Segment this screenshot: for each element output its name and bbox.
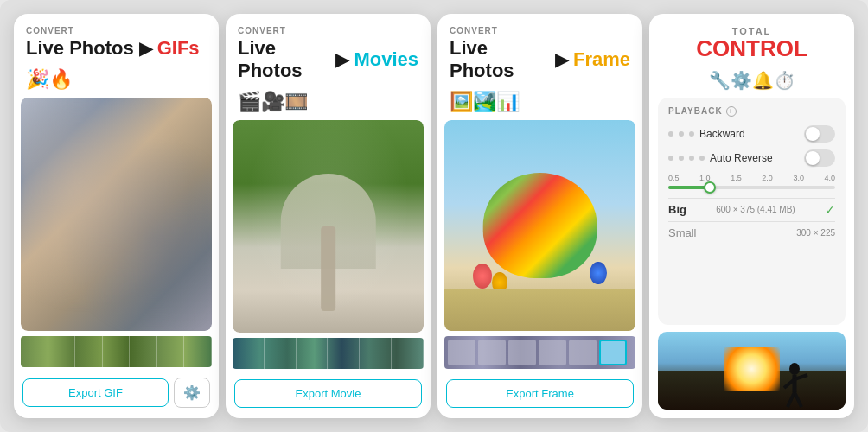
playback-panel: PLAYBACK i Backward bbox=[658, 98, 846, 325]
film-cell bbox=[130, 336, 157, 367]
movie-title-row: Live Photos ▶ Movies bbox=[238, 37, 418, 82]
gif-arrow: ▶ bbox=[139, 38, 152, 59]
frame-thumb[interactable] bbox=[508, 340, 536, 365]
movie-screen: CONVERT Live Photos ▶ Movies 🎬🎥🎞️ Ex bbox=[226, 14, 431, 418]
frame-thumb-selected[interactable] bbox=[599, 340, 627, 365]
settings-button[interactable]: ⚙️ bbox=[174, 378, 210, 408]
backward-label: Backward bbox=[699, 128, 745, 140]
size-big-label: Big bbox=[668, 203, 686, 216]
speed-slider-track bbox=[668, 186, 835, 189]
frame-title-row: Live Photos ▶ Frame bbox=[450, 37, 630, 82]
size-small-option[interactable]: Small 300 × 225 bbox=[668, 221, 835, 244]
control-preview-image bbox=[658, 332, 846, 410]
frame-title-live: Live Photos bbox=[450, 37, 550, 82]
film-cell bbox=[328, 338, 360, 369]
gif-header: CONVERT Live Photos ▶ GIFs bbox=[14, 14, 219, 65]
slider-labels: 0.5 1.0 1.5 2.0 3.0 4.0 bbox=[668, 174, 835, 182]
balloon-shape bbox=[482, 173, 597, 278]
tower-shape bbox=[321, 226, 336, 311]
backward-row: Backward bbox=[668, 125, 835, 143]
svg-line-5 bbox=[795, 392, 801, 407]
backward-dot bbox=[668, 131, 673, 137]
auto-reverse-toggle[interactable] bbox=[804, 149, 835, 167]
auto-reverse-label: Auto Reverse bbox=[710, 152, 773, 164]
gif-screen: CONVERT Live Photos ▶ GIFs 🎉🔥 Export GIF bbox=[14, 14, 219, 418]
slider-label-40: 4.0 bbox=[824, 174, 835, 182]
frame-thumb[interactable] bbox=[448, 340, 475, 365]
export-gif-button[interactable]: Export GIF bbox=[22, 378, 169, 407]
gif-photo bbox=[21, 98, 212, 331]
svg-line-4 bbox=[788, 392, 795, 407]
info-icon[interactable]: i bbox=[726, 106, 737, 117]
size-small-label: Small bbox=[668, 226, 697, 239]
frame-thumb[interactable] bbox=[569, 340, 597, 365]
backward-dot2 bbox=[679, 131, 684, 137]
frame-arrow: ▶ bbox=[555, 49, 568, 70]
slider-label-30: 3.0 bbox=[793, 174, 804, 182]
gif-footer-row: Export GIF ⚙️ bbox=[22, 378, 210, 408]
sun-shape bbox=[724, 347, 780, 391]
gif-icons: 🎉🔥 bbox=[14, 65, 219, 98]
slider-label-15: 1.5 bbox=[731, 174, 742, 182]
export-movie-button[interactable]: Export Movie bbox=[234, 379, 422, 408]
small-balloon bbox=[590, 262, 607, 285]
movie-title-target: Movies bbox=[354, 48, 418, 71]
control-screen: TOTAL CONTROL 🔧⚙️🔔⏱️ PLAYBACK i Backward bbox=[649, 14, 854, 418]
film-cell bbox=[184, 336, 212, 367]
fwd-dot bbox=[668, 156, 673, 161]
frame-filmstrip bbox=[444, 336, 635, 369]
frame-thumb[interactable] bbox=[539, 340, 566, 365]
film-cell bbox=[233, 338, 265, 369]
control-header: TOTAL CONTROL bbox=[649, 14, 854, 68]
film-cell bbox=[360, 338, 392, 369]
movie-image bbox=[233, 120, 424, 333]
frame-thumb[interactable] bbox=[478, 340, 506, 365]
svg-point-0 bbox=[789, 363, 800, 375]
film-cell bbox=[21, 336, 48, 367]
movie-photo bbox=[233, 120, 424, 333]
frame-title-target: Frame bbox=[573, 48, 630, 71]
app-showcase: CONVERT Live Photos ▶ GIFs 🎉🔥 Export GIF bbox=[0, 0, 868, 432]
frame-header: CONVERT Live Photos ▶ Frame bbox=[437, 14, 642, 87]
movie-filmstrip bbox=[233, 338, 424, 369]
movie-footer: Export Movie bbox=[226, 374, 431, 418]
export-frame-button[interactable]: Export Frame bbox=[446, 379, 634, 408]
frame-image bbox=[444, 120, 635, 331]
gif-title-row: Live Photos ▶ GIFs bbox=[26, 37, 207, 60]
slider-thumb[interactable] bbox=[704, 181, 716, 194]
frame-screen: CONVERT Live Photos ▶ Frame 🖼️🏞️📊 bbox=[437, 14, 642, 418]
film-cell bbox=[48, 336, 76, 367]
movie-arrow: ▶ bbox=[335, 49, 348, 70]
backward-label-row: Backward bbox=[668, 128, 745, 140]
film-cell bbox=[297, 338, 329, 369]
auto-reverse-label-row: Auto Reverse bbox=[668, 152, 773, 164]
movie-header: CONVERT Live Photos ▶ Movies bbox=[226, 14, 431, 87]
fwd-dot2 bbox=[679, 156, 684, 161]
size-big-option[interactable]: Big 600 × 375 (4.41 MB) ✓ bbox=[668, 198, 835, 221]
small-balloon bbox=[473, 264, 492, 289]
gear-icon: ⚙️ bbox=[183, 384, 201, 401]
film-cell bbox=[157, 336, 185, 367]
gif-footer: Export GIF ⚙️ bbox=[14, 372, 219, 418]
toggle-thumb bbox=[806, 151, 820, 165]
frame-icons: 🖼️🏞️📊 bbox=[437, 87, 642, 120]
person-silhouette bbox=[777, 362, 812, 410]
control-title: CONTROL bbox=[661, 36, 842, 61]
gif-title-target: GIFs bbox=[157, 37, 200, 60]
gif-image bbox=[21, 98, 212, 331]
size-small-value: 300 × 225 bbox=[796, 228, 835, 238]
film-cell bbox=[265, 338, 297, 369]
movie-icons: 🎬🎥🎞️ bbox=[226, 87, 431, 120]
slider-label-20: 2.0 bbox=[762, 174, 773, 182]
fwd-dot3 bbox=[689, 156, 694, 161]
backward-dot3 bbox=[689, 131, 694, 137]
gif-filmstrip bbox=[21, 336, 212, 367]
film-cell bbox=[392, 338, 424, 369]
balloon-photo bbox=[444, 120, 635, 331]
backward-toggle[interactable] bbox=[804, 125, 835, 143]
toggle-thumb bbox=[806, 127, 820, 141]
playback-title: PLAYBACK i bbox=[668, 106, 835, 117]
auto-reverse-row: Auto Reverse bbox=[668, 149, 835, 167]
speed-slider-container: 0.5 1.0 1.5 2.0 3.0 4.0 bbox=[668, 174, 835, 189]
size-big-value: 600 × 375 (4.41 MB) bbox=[716, 205, 795, 214]
